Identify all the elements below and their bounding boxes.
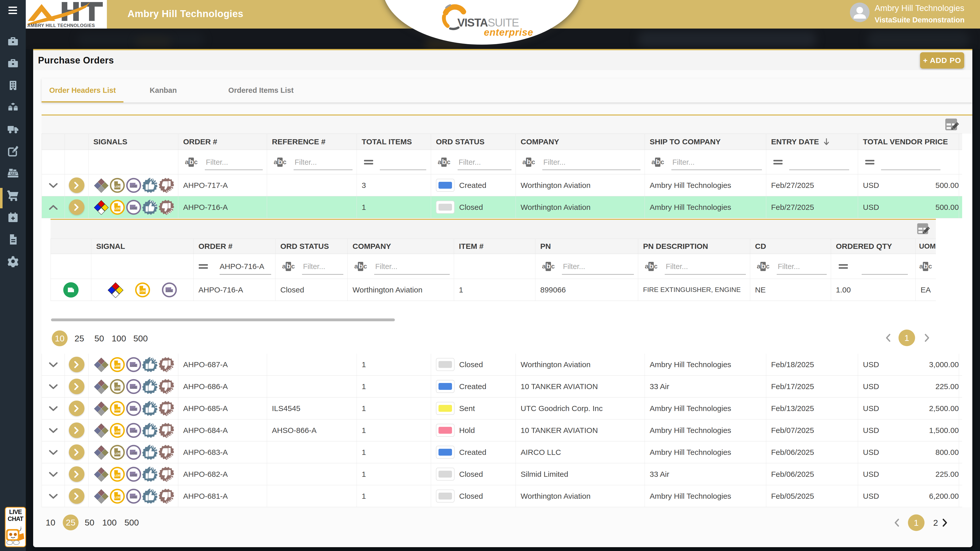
svg-text:AMBRY HILL TECHNOLOGIES: AMBRY HILL TECHNOLOGIES: [27, 23, 95, 28]
